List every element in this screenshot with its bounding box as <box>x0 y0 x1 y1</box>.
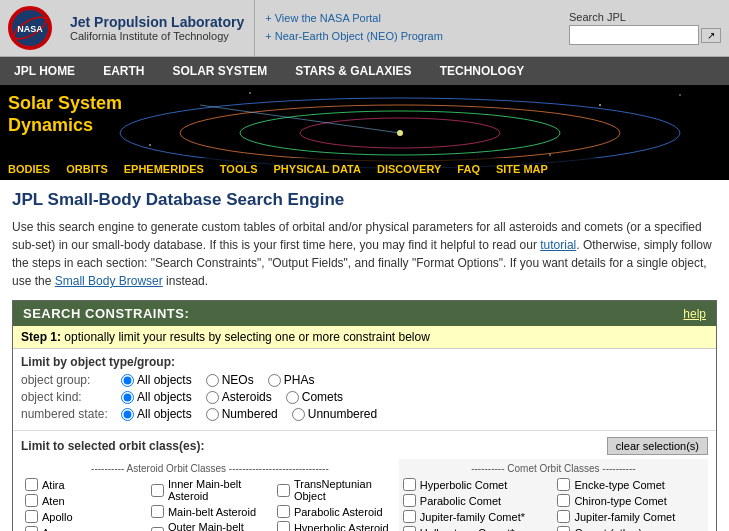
group-all-radio[interactable] <box>121 374 134 387</box>
outer-main-belt-checkbox[interactable] <box>151 527 164 532</box>
kind-comets-label: Comets <box>302 390 343 404</box>
object-kind-label: object kind: <box>21 390 121 404</box>
kind-all-radio[interactable] <box>121 391 134 404</box>
comet-col2: Encke-type Comet Chiron-type Comet Jupit… <box>557 478 704 531</box>
check-aten: Aten <box>25 494 143 507</box>
check-inner-main-belt: Inner Main-belt Asteroid <box>151 478 269 502</box>
tutorial-link[interactable]: tutorial <box>540 238 576 252</box>
svg-point-15 <box>149 144 151 146</box>
hero-nav-bodies[interactable]: BODIES <box>0 158 58 180</box>
search-button[interactable]: ↗ <box>701 28 721 43</box>
hyperbolic-comet-label: Hyperbolic Comet <box>420 479 507 491</box>
main-belt-checkbox[interactable] <box>151 505 164 518</box>
search-row: ↗ <box>569 25 721 45</box>
numbered-state-label: numbered state: <box>21 407 121 421</box>
jpl-subtitle: California Institute of Technology <box>70 30 244 42</box>
hyperbolic-comet-checkbox[interactable] <box>403 478 416 491</box>
jupiter-family-comet-asterisk-checkbox[interactable] <box>403 510 416 523</box>
check-jupiter-family-comet: Jupiter-family Comet <box>557 510 704 523</box>
hero-title-line2: Dynamics <box>8 115 93 135</box>
nav-jpl-home[interactable]: JPL HOME <box>0 57 89 85</box>
encke-type-comet-label: Encke-type Comet <box>574 479 664 491</box>
intro-paragraph: Use this search engine to generate custo… <box>12 218 717 290</box>
object-kind-options: All objects Asteroids Comets <box>121 390 343 404</box>
group-all-label: All objects <box>137 373 192 387</box>
group-phas: PHAs <box>268 373 315 387</box>
nav-solar-system[interactable]: SOLAR SYSTEM <box>158 57 281 85</box>
jupiter-family-comet-label: Jupiter-family Comet <box>574 511 675 523</box>
constraints-help[interactable]: help <box>683 307 706 321</box>
kind-all: All objects <box>121 390 192 404</box>
neo-program-link[interactable]: Near-Earth Object (NEO) Program <box>265 28 443 46</box>
encke-type-comet-checkbox[interactable] <box>557 478 570 491</box>
numbered-state-options: All objects Numbered Unnumbered <box>121 407 377 421</box>
group-neos-radio[interactable] <box>206 374 219 387</box>
main-content: JPL Small-Body Database Search Engine Us… <box>0 180 729 531</box>
unnumbered-label: Unnumbered <box>308 407 377 421</box>
hero-nav-ephemerides[interactable]: EPHEMERIDES <box>116 158 212 180</box>
small-body-browser-link[interactable]: Small Body Browser <box>55 274 163 288</box>
asteroid-header: ---------- Asteroid Orbit Classes ------… <box>25 463 395 474</box>
kind-comets-radio[interactable] <box>286 391 299 404</box>
numbered-label: Numbered <box>222 407 278 421</box>
unnumbered-radio[interactable] <box>292 408 305 421</box>
hyperbolic-asteroid-checkbox[interactable] <box>277 521 290 531</box>
step-label: Step 1: <box>21 330 61 344</box>
hero-nav-orbits[interactable]: ORBITS <box>58 158 116 180</box>
nasa-logo-area: NASA <box>0 0 60 56</box>
asteroid-columns: Atira Aten Apollo <box>25 478 395 531</box>
nav-technology[interactable]: TECHNOLOGY <box>426 57 539 85</box>
comet-other-checkbox[interactable] <box>557 526 570 531</box>
apollo-checkbox[interactable] <box>25 510 38 523</box>
clear-selection-button[interactable]: clear selection(s) <box>607 437 708 455</box>
jupiter-family-comet-checkbox[interactable] <box>557 510 570 523</box>
comet-col1: Hyperbolic Comet Parabolic Comet Jupiter… <box>403 478 550 531</box>
constraints-box: Search Constraints: help Step 1: optiona… <box>12 300 717 531</box>
numbered-radio[interactable] <box>206 408 219 421</box>
parabolic-asteroid-checkbox[interactable] <box>277 505 290 518</box>
aten-checkbox[interactable] <box>25 494 38 507</box>
asteroid-col3: TransNeptunian Object Parabolic Asteroid… <box>277 478 395 531</box>
svg-point-12 <box>599 104 601 106</box>
numbered-state-row: numbered state: All objects Numbered Unn… <box>21 407 708 421</box>
transneptunian-checkbox[interactable] <box>277 484 290 497</box>
check-apollo: Apollo <box>25 510 143 523</box>
svg-point-14 <box>549 154 551 156</box>
amor-checkbox[interactable] <box>25 526 38 531</box>
chiron-type-comet-checkbox[interactable] <box>557 494 570 507</box>
step-banner: Step 1: optionally limit your results by… <box>13 326 716 349</box>
check-hyperbolic-asteroid: Hyperbolic Asteroid <box>277 521 395 531</box>
hero-title-line1: Solar System <box>8 93 122 113</box>
group-neos-label: NEOs <box>222 373 254 387</box>
nav-stars-galaxies[interactable]: STARS & GALAXIES <box>281 57 425 85</box>
hero-nav-site-map[interactable]: SITE MAP <box>488 158 556 180</box>
asteroid-col1: Atira Aten Apollo <box>25 478 143 531</box>
outer-main-belt-label: Outer Main-belt Asteroid <box>168 521 269 531</box>
inner-main-belt-checkbox[interactable] <box>151 484 164 497</box>
group-phas-radio[interactable] <box>268 374 281 387</box>
portal-links: View the NASA Portal Near-Earth Object (… <box>254 0 453 56</box>
hero-title: Solar System Dynamics <box>8 93 122 136</box>
numbered-all-label: All objects <box>137 407 192 421</box>
nav-earth[interactable]: EARTH <box>89 57 158 85</box>
check-chiron-type-comet: Chiron-type Comet <box>557 494 704 507</box>
numbered-numbered: Numbered <box>206 407 278 421</box>
hero-nav-tools[interactable]: TOOLS <box>212 158 266 180</box>
hero-nav-discovery[interactable]: DISCOVERY <box>369 158 449 180</box>
atira-checkbox[interactable] <box>25 478 38 491</box>
kind-asteroids-radio[interactable] <box>206 391 219 404</box>
nasa-portal-link[interactable]: View the NASA Portal <box>265 10 443 28</box>
halley-type-comet-checkbox[interactable] <box>403 526 416 531</box>
numbered-all-radio[interactable] <box>121 408 134 421</box>
comet-other-label: Comet (other) <box>574 527 642 532</box>
search-area: Search JPL ↗ <box>561 0 729 56</box>
transneptunian-label: TransNeptunian Object <box>294 478 395 502</box>
parabolic-comet-checkbox[interactable] <box>403 494 416 507</box>
hero-nav-physical-data[interactable]: PHYSICAL DATA <box>266 158 369 180</box>
orbit-classes-title: Limit to selected orbit class(es): <box>21 439 204 453</box>
object-group-options: All objects NEOs PHAs <box>121 373 314 387</box>
search-input[interactable] <box>569 25 699 45</box>
hero-nav-faq[interactable]: FAQ <box>449 158 488 180</box>
check-amor: Amor <box>25 526 143 531</box>
check-halley-type-comet: Halley-type Comet* <box>403 526 550 531</box>
